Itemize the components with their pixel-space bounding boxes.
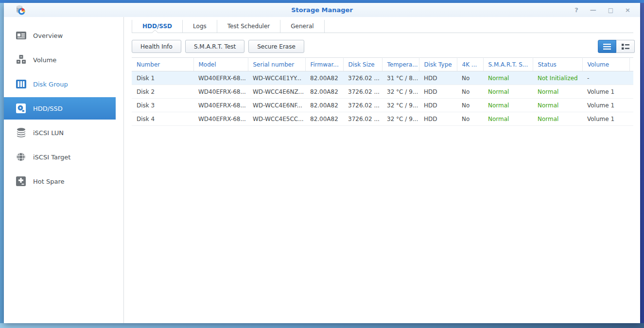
cell-4k: No bbox=[457, 71, 483, 85]
cell-disk-size: 3726.02 ... bbox=[343, 112, 382, 126]
sidebar-item-label: Hot Spare bbox=[33, 178, 65, 185]
sidebar-item-label: HDD/SSD bbox=[33, 105, 63, 112]
cell-firmware: 82.00A82 bbox=[305, 71, 343, 85]
overview-icon bbox=[16, 30, 26, 41]
cell-volume: Volume 1 bbox=[582, 112, 629, 126]
tab-general[interactable]: General bbox=[280, 20, 324, 33]
cell-status: Normal bbox=[533, 99, 582, 112]
cell-firmware: 82.00A82 bbox=[305, 99, 343, 112]
table-row-disk-2[interactable]: Disk 2 WD40EFRX-68... WD-WCC4E6NZ... 82.… bbox=[132, 85, 633, 99]
cell-temperature: 32 °C / 9... bbox=[382, 85, 419, 99]
col-smart-status[interactable]: S.M.A.R.T. S... bbox=[483, 58, 533, 71]
cell-4k: No bbox=[457, 112, 483, 126]
cell-disk-size: 3726.02 ... bbox=[343, 99, 382, 112]
list-view-button[interactable] bbox=[598, 40, 616, 53]
col-status[interactable]: Status bbox=[533, 58, 582, 71]
sidebar-item-hot-spare[interactable]: Hot Spare bbox=[4, 169, 123, 193]
maximize-icon[interactable]: □ bbox=[608, 7, 613, 13]
cell-number: Disk 4 bbox=[132, 112, 193, 126]
cell-temperature: 32 °C / 9... bbox=[382, 112, 419, 126]
hot-spare-icon bbox=[16, 176, 26, 187]
titlebar[interactable]: Storage Manager ? — □ × bbox=[4, 3, 640, 17]
cell-smart-status: Normal bbox=[483, 71, 533, 85]
tab-test-scheduler[interactable]: Test Scheduler bbox=[217, 20, 281, 33]
sidebar-item-iscsi-target[interactable]: iSCSI Target bbox=[4, 145, 123, 169]
close-icon[interactable]: × bbox=[625, 7, 630, 13]
cell-serial: WD-WCC4E6NZ... bbox=[248, 85, 305, 99]
col-filler bbox=[629, 58, 633, 71]
col-disk-type[interactable]: Disk Type bbox=[419, 58, 457, 71]
sidebar-item-label: iSCSI Target bbox=[33, 154, 70, 161]
hdd-ssd-icon bbox=[16, 103, 26, 114]
cell-model: WD40EFRX-68... bbox=[193, 85, 248, 99]
sidebar-item-iscsi-lun[interactable]: iSCSI LUN bbox=[4, 121, 123, 145]
storage-manager-window: Storage Manager ? — □ × Overview Volume … bbox=[4, 3, 640, 323]
cell-4k: No bbox=[457, 99, 483, 112]
sidebar-item-label: Overview bbox=[33, 32, 63, 39]
iscsi-lun-icon bbox=[16, 127, 26, 138]
tab-logs[interactable]: Logs bbox=[183, 20, 217, 33]
col-temperature[interactable]: Tempera... bbox=[382, 58, 419, 71]
window-title: Storage Manager bbox=[4, 3, 640, 17]
table-row-disk-3[interactable]: Disk 3 WD40EFRX-68... WD-WCC4E6NF... 82.… bbox=[132, 99, 633, 112]
cell-status: Normal bbox=[533, 112, 582, 126]
secure-erase-button[interactable]: Secure Erase bbox=[248, 40, 304, 53]
desktop-right-strip bbox=[640, 3, 644, 328]
cell-temperature: 32 °C / 9... bbox=[382, 99, 419, 112]
cell-smart-status: Normal bbox=[483, 85, 533, 99]
sidebar-item-label: Disk Group bbox=[33, 81, 68, 88]
table-row-disk-1[interactable]: Disk 1 WD40EFRX-68... WD-WCC4E1YY... 82.… bbox=[132, 71, 633, 85]
col-4k[interactable]: 4K ... bbox=[457, 58, 483, 71]
cell-model: WD40EFRX-68... bbox=[193, 71, 248, 85]
cell-volume: - bbox=[582, 71, 629, 85]
tab-bar: HDD/SSD Logs Test Scheduler General bbox=[132, 20, 325, 33]
health-info-button[interactable]: Health Info bbox=[132, 40, 181, 53]
sidebar-item-label: Volume bbox=[33, 56, 56, 64]
col-disk-size[interactable]: Disk Size bbox=[343, 58, 382, 71]
sidebar: Overview Volume Disk Group HDD/SSD iSCSI bbox=[4, 17, 124, 323]
help-icon[interactable]: ? bbox=[574, 7, 578, 13]
cell-volume: Volume 1 bbox=[582, 99, 629, 112]
sidebar-item-overview[interactable]: Overview bbox=[4, 23, 123, 48]
col-firmware[interactable]: Firmwar... bbox=[305, 58, 343, 71]
desktop-left-strip bbox=[0, 3, 4, 328]
minimize-icon[interactable]: — bbox=[590, 7, 596, 13]
disk-table: Number Model Serial number Firmwar... Di… bbox=[132, 57, 633, 126]
cell-model: WD40EFRX-68... bbox=[193, 99, 248, 112]
cell-disk-type: HDD bbox=[419, 85, 457, 99]
content-area: HDD/SSD Logs Test Scheduler General Heal… bbox=[124, 17, 640, 323]
list-view-icon bbox=[603, 44, 611, 50]
toolbar: Health Info S.M.A.R.T. Test Secure Erase bbox=[132, 40, 304, 53]
cell-serial: WD-WCC4E1YY... bbox=[248, 71, 305, 85]
cell-serial: WD-WCC4E5CC... bbox=[248, 112, 305, 126]
sidebar-item-hdd-ssd[interactable]: HDD/SSD bbox=[4, 97, 116, 120]
cell-number: Disk 1 bbox=[132, 71, 193, 85]
detail-view-button[interactable] bbox=[616, 40, 635, 53]
table-header-row: Number Model Serial number Firmwar... Di… bbox=[132, 58, 633, 71]
cell-volume: Volume 1 bbox=[582, 85, 629, 99]
smart-test-button[interactable]: S.M.A.R.T. Test bbox=[185, 40, 244, 53]
cell-disk-size: 3726.02 ... bbox=[343, 85, 382, 99]
cell-smart-status: Normal bbox=[483, 112, 533, 126]
cell-firmware: 82.00A82 bbox=[305, 112, 343, 126]
cell-firmware: 82.00A82 bbox=[305, 85, 343, 99]
sidebar-item-disk-group[interactable]: Disk Group bbox=[4, 72, 123, 96]
col-number[interactable]: Number bbox=[132, 58, 193, 71]
sidebar-item-volume[interactable]: Volume bbox=[4, 48, 123, 72]
cell-number: Disk 2 bbox=[132, 85, 193, 99]
tab-underline bbox=[132, 33, 633, 33]
tab-notch bbox=[152, 30, 158, 33]
cell-disk-type: HDD bbox=[419, 112, 457, 126]
cell-disk-type: HDD bbox=[419, 99, 457, 112]
cell-model: WD40EFRX-68... bbox=[193, 112, 248, 126]
col-volume[interactable]: Volume bbox=[582, 58, 629, 71]
table-row-disk-4[interactable]: Disk 4 WD40EFRX-68... WD-WCC4E5CC... 82.… bbox=[132, 112, 633, 126]
detail-view-icon bbox=[622, 44, 629, 50]
cell-serial: WD-WCC4E6NF... bbox=[248, 99, 305, 112]
disk-group-icon bbox=[16, 79, 26, 89]
col-model[interactable]: Model bbox=[193, 58, 248, 71]
cell-disk-size: 3726.02 ... bbox=[343, 71, 382, 85]
col-serial[interactable]: Serial number bbox=[248, 58, 305, 71]
desktop-bottom-strip bbox=[0, 323, 644, 328]
cell-status: Not Initialized bbox=[533, 71, 582, 85]
